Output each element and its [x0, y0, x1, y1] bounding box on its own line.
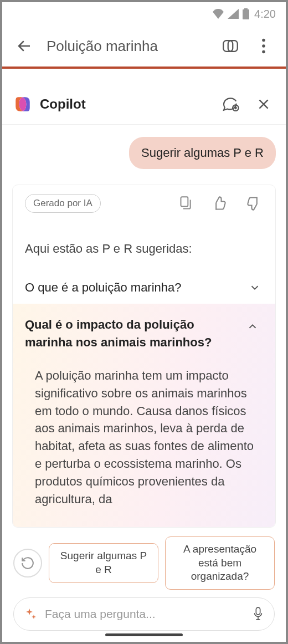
svg-point-5 [262, 44, 265, 48]
suggestion-row: Sugerir algumas P e R A apresentação est… [2, 528, 286, 597]
app-header: Poluição marinha [2, 25, 286, 67]
card-head: Gerado por IA [13, 185, 275, 222]
svg-rect-8 [181, 197, 188, 206]
copilot-header-icon[interactable] [219, 35, 241, 57]
sparkle-icon [24, 607, 37, 621]
qa-answer: A poluição marinha tem um impacto signif… [25, 360, 261, 527]
status-icons [212, 8, 250, 19]
battery-icon [242, 8, 250, 19]
qa-item-expanded[interactable]: Qual é o impacto da poluição marinha nos… [13, 304, 275, 527]
copy-button[interactable] [176, 194, 194, 213]
prompt-input[interactable] [45, 607, 244, 621]
refresh-suggestions-button[interactable] [13, 549, 42, 577]
response-intro: Aqui estão as P e R sugeridas: [25, 242, 263, 256]
new-chat-button[interactable] [220, 94, 240, 114]
card-body: Aqui estão as P e R sugeridas: O que é a… [13, 222, 275, 527]
response-card: Gerado por IA Aqui estão as P e R sugeri… [12, 185, 276, 528]
status-time: 4:20 [254, 8, 276, 21]
qa-question: O que é a poluição marinha? [25, 280, 241, 295]
qa-question: Qual é o impacto da poluição marinha nos… [25, 316, 224, 351]
svg-point-4 [262, 39, 265, 42]
svg-point-6 [262, 50, 265, 54]
status-bar: 4:20 [2, 2, 286, 25]
prompt-input-bar[interactable] [13, 597, 275, 631]
suggestion-chip-label: A apresentação está bem organizada? [174, 543, 265, 584]
svg-rect-9 [256, 607, 260, 615]
ai-generated-badge: Gerado por IA [25, 194, 101, 213]
user-message-bubble: Sugerir algumas P e R [129, 137, 276, 169]
svg-rect-0 [243, 9, 249, 19]
chevron-down-icon [249, 282, 261, 294]
thumbs-up-button[interactable] [210, 194, 229, 213]
close-copilot-button[interactable] [254, 94, 274, 114]
qa-item-collapsed[interactable]: O que é a poluição marinha? [25, 272, 263, 304]
spacer [2, 69, 286, 84]
microphone-icon[interactable] [252, 606, 264, 622]
thumbs-down-button[interactable] [244, 194, 263, 213]
home-indicator[interactable] [105, 633, 183, 636]
more-menu-button[interactable] [253, 35, 275, 57]
copilot-title: Copilot [40, 96, 213, 112]
copilot-logo-icon [13, 95, 32, 114]
chat-area: Sugerir algumas P e R Gerado por IA Aqui… [2, 125, 286, 528]
back-button[interactable] [13, 35, 35, 57]
document-title: Poluição marinha [47, 38, 208, 55]
suggestion-chip-1[interactable]: Sugerir algumas P e R [49, 543, 158, 582]
chevron-up-icon [246, 320, 259, 333]
signal-icon [228, 9, 239, 19]
wifi-icon [212, 9, 224, 19]
suggestion-chip-2[interactable]: A apresentação está bem organizada? [165, 536, 275, 590]
suggestion-chip-label: Sugerir algumas P e R [58, 549, 149, 576]
copilot-pane-header: Copilot [2, 84, 286, 125]
svg-rect-1 [244, 8, 248, 10]
device-frame: 4:20 Poluição marinha Copilot Sugerir al… [0, 0, 288, 644]
